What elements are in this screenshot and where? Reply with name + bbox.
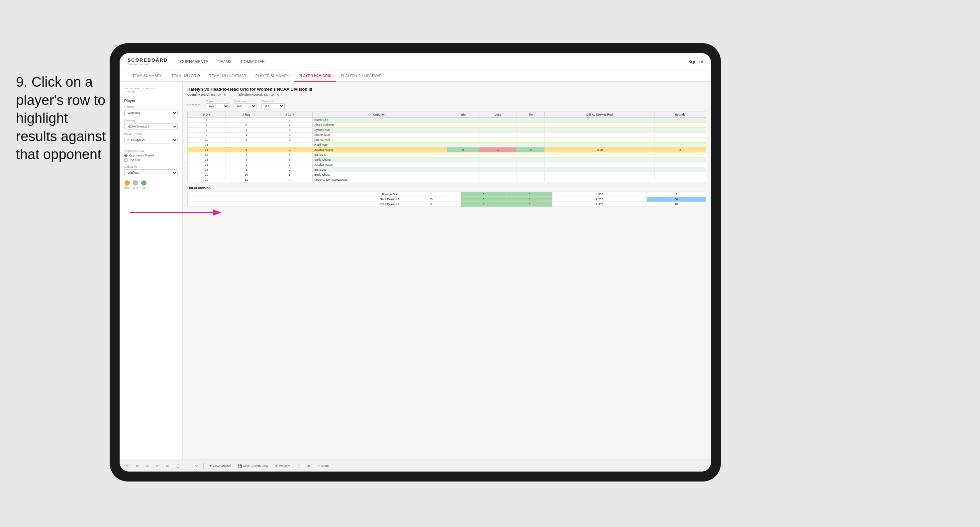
tablet-device: SCOREBOARD Powered by clippi TOURNAMENTS… [110,43,721,481]
conference-label: Conference [234,100,257,103]
overall-label: Overall Record: [187,93,211,96]
table-row[interactable]: 1691 Jessica Mason [188,162,706,167]
watch-btn[interactable]: 👁 Watch ▾ [274,464,292,468]
save-custom-view-btn[interactable]: 💾 Save Custom View [236,464,270,468]
header-tie: Tie [517,112,545,117]
opponent-label: Opponent [261,100,285,103]
out-of-division-section: Out of division Foreign Team 1 0 0 4.500… [187,186,706,207]
table-row[interactable]: 1474 Eunice Yi [188,152,706,157]
tablet-screen: SCOREBOARD Powered by clippi TOURNAMENTS… [119,53,711,471]
sign-out-link[interactable]: Sign out [688,59,703,64]
logo-sub: Powered by clippi [127,63,168,66]
ood-row[interactable]: NAIA Division 1 15 0 0 9.267 30 [188,197,706,202]
grid-records: Overall Record: 353 - 34 - 6 Division Re… [187,93,706,96]
opponent-view-label: Opponent view [124,149,178,153]
player-rank-select[interactable]: 8. Katelyn Vo [124,137,178,143]
ood-row[interactable]: Foreign Team 1 0 0 4.500 2 [188,192,706,197]
logo-title: SCOREBOARD [127,57,168,63]
region-filter: Region (All) [206,100,229,109]
overall-record: Overall Record: 353 - 34 - 6 [187,93,226,96]
nav-committee[interactable]: COMMITTEE [241,58,265,65]
copy-btn[interactable]: ⊞ [164,464,171,468]
undo-btn[interactable]: ↺ [124,464,131,468]
region-select[interactable]: (All) [206,103,229,109]
tab-team-h2h-grid[interactable]: TEAM H2H GRID [167,70,205,82]
grid-content: Katelyn Vo Head-to-Head Grid for Women's… [183,82,711,460]
tab-player-summary[interactable]: PLAYER SUMMARY [251,70,294,82]
instruction-text: 9. Click on a player's row to highlight … [16,73,109,164]
overall-value: 353 - 34 - 6 [211,93,226,96]
table-row[interactable]: 1585 Stella Cheng [188,157,706,162]
header-reg: # Reg [226,112,267,117]
refresh-btn[interactable]: ⟳ [193,464,200,468]
opponent-cell: Esther Lee [313,117,447,122]
colour-by-section: Colour by Win/loss Down Level [124,165,178,189]
grid-btn[interactable]: ⊞ [305,464,312,468]
tab-player-h2h-grid[interactable]: PLAYER H2H GRID [294,70,336,82]
player-section-title: Player [124,98,178,103]
share-btn[interactable]: ↗ Share [315,464,331,468]
tab-team-summary[interactable]: TEAM SUMMARY [127,70,167,82]
conf-cell: 1 [267,117,313,122]
colour-by-label: Colour by [124,165,178,168]
opponent-option-played[interactable]: Opponents Played [124,154,178,157]
colour-up-label: Up [142,187,145,189]
conference-select[interactable]: (All) [234,103,257,109]
paste-btn[interactable]: 📋 [174,464,182,468]
out-of-division-title: Out of division [187,186,706,190]
table-row[interactable]: 914 Sharon Mun [188,132,706,138]
header-diff: Diff Av Strokes/Rnd [545,112,654,117]
header-win: Win [447,112,479,117]
last-updated: Last Updated: 27/03/202416:55:38 [124,87,178,94]
opponent-view-section: Opponent view Opponents Played Top 100 [124,149,178,162]
scissors-btn[interactable]: ✂ [154,464,161,468]
nav-tournaments[interactable]: TOURNAMENTS [178,58,208,65]
nav-teams[interactable]: TEAMS [218,58,232,65]
ood-row[interactable]: NCAA Division 2 5 0 0 7.400 10 [188,202,706,207]
radio-top100 [124,159,127,162]
data-table: # Div # Reg # Conf Opponent Win Loss Tie… [187,111,706,182]
tab-team-h2h-heatmap[interactable]: TEAM H2H HEATMAP [205,70,251,82]
opponent-filter: Opponent (All) [261,100,285,109]
opponents-filter-label: Opponents: [187,103,201,106]
opponent-played-label: Opponents Played [129,154,154,157]
division-select[interactable]: NCAA Division III [124,123,178,130]
table-row[interactable]: 19106 Emily Chang [188,172,706,177]
player-rank-label: Player (Rank) [124,132,178,136]
main-content: Last Updated: 27/03/202416:55:38 Player … [119,82,711,460]
gender-select[interactable]: Women's [124,110,178,116]
gender-label: Gender [124,105,178,109]
colour-level-circle [133,180,138,186]
table-row[interactable]: 1063 Andrea York [188,138,706,143]
table-row[interactable]: 11 Heeji Hyun [188,143,706,148]
colour-down-label: Down [124,187,130,189]
tab-player-h2h-heatmap[interactable]: PLAYER H2H HEATMAP [336,70,387,82]
reg-cell [226,117,267,122]
opponent-select[interactable]: (All) [261,103,285,109]
ood-table: Foreign Team 1 0 0 4.500 2 NAIA Division… [187,192,706,207]
separator: · [185,464,190,468]
nav-links: TOURNAMENTS TEAMS COMMITTEE [178,58,681,65]
table-row[interactable]: 20117 Federica Domecq Lacroze [188,177,706,182]
resize-btn[interactable]: ⤢ [295,464,302,468]
table-row-highlighted[interactable]: 13 6 1 Jessica Huang 0 1 0 -3.00 2 [188,148,706,152]
table-row[interactable]: 1822 Euna Lee [188,167,706,172]
table-row[interactable]: 613 Sydney Kuo [188,127,706,132]
bottom-toolbar: ↺ ⟳ ↻ ✂ ⊞ 📋 · ⟳ 👁 View: Original 💾 Save … [119,460,711,471]
grid-title: Katelyn Vo Head-to-Head Grid for Women's… [187,87,706,92]
header-conf: # Conf [267,112,313,117]
colour-down-circle [124,180,130,186]
table-row[interactable]: 3 1 Esther Lee [188,117,706,122]
view-original-btn[interactable]: 👁 View: Original [207,464,233,468]
colour-down: Down [124,180,130,189]
nav-bar: SCOREBOARD Powered by clippi TOURNAMENTS… [119,53,711,70]
table-row[interactable]: 522 Alexis Sudjianto [188,122,706,127]
redo-btn[interactable]: ↻ [144,464,151,468]
colour-legend: Down Level Up [124,180,178,189]
colour-by-select[interactable]: Win/loss [124,169,178,176]
radio-played [124,154,127,157]
redo-step-btn[interactable]: ⟳ [134,464,141,468]
opponent-top100-label: Top 100 [129,159,140,162]
colour-up-circle [141,180,146,186]
opponent-option-top100[interactable]: Top 100 [124,159,178,162]
